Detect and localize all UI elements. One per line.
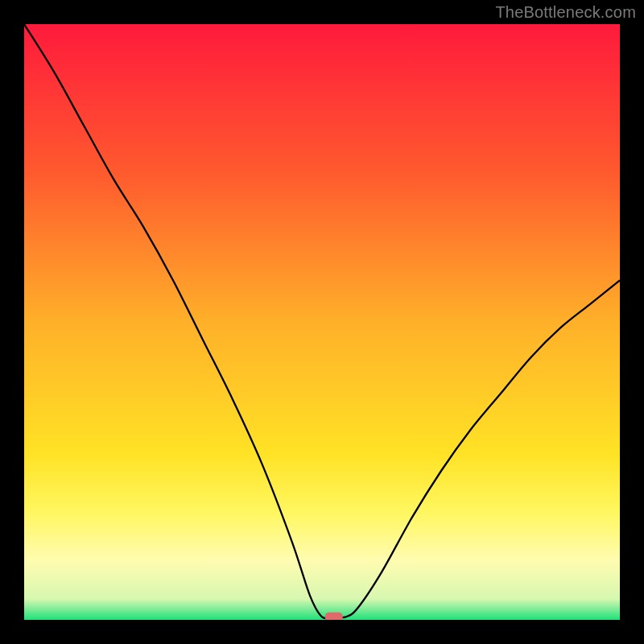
plot-area [24, 24, 620, 620]
watermark-text: TheBottleneck.com [495, 3, 636, 22]
chart-frame: TheBottleneck.com [0, 0, 644, 644]
optimal-marker [325, 613, 343, 620]
chart-svg [24, 24, 620, 620]
gradient-background [24, 24, 620, 620]
